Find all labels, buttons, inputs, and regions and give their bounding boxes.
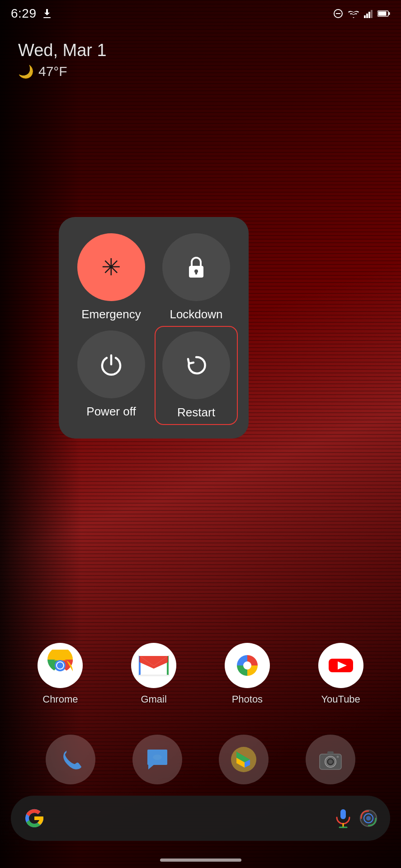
dock-camera[interactable]: [306, 735, 355, 784]
svg-point-24: [153, 755, 162, 760]
chrome-label: Chrome: [42, 693, 78, 705]
lens-icon[interactable]: [359, 809, 377, 827]
weather-icon: 🌙: [18, 64, 34, 79]
status-left: 6:29: [11, 6, 52, 21]
date-weather: Wed, Mar 1 🌙 47°F: [18, 41, 107, 79]
power-menu-grid: ✳ Emergency Lockdown: [73, 233, 234, 420]
app-youtube[interactable]: YouTube: [318, 643, 363, 705]
photos-icon-container[interactable]: [225, 643, 270, 688]
svg-rect-4: [366, 14, 368, 18]
poweroff-label: Power off: [86, 405, 136, 419]
status-bar: 6:29: [0, 0, 401, 27]
svg-rect-0: [43, 17, 51, 18]
app-photos[interactable]: Photos: [225, 643, 270, 705]
google-logo: [24, 807, 45, 829]
svg-rect-3: [364, 15, 366, 18]
poweroff-icon: [99, 352, 124, 377]
app-chrome[interactable]: Chrome: [38, 643, 83, 705]
youtube-label: YouTube: [321, 693, 360, 705]
svg-point-17: [57, 662, 63, 669]
restart-item[interactable]: Restart: [155, 326, 238, 425]
svg-rect-32: [340, 809, 346, 819]
app-row: Chrome Gmail: [0, 643, 401, 705]
dock-play[interactable]: [219, 735, 269, 784]
svg-rect-5: [368, 12, 370, 18]
microphone-icon[interactable]: [335, 808, 351, 828]
restart-label: Restart: [177, 406, 215, 420]
weather-row: 🌙 47°F: [18, 64, 107, 79]
gmail-icon-container[interactable]: [131, 643, 176, 688]
status-time: 6:29: [11, 6, 37, 21]
download-icon: [42, 8, 52, 19]
date-display: Wed, Mar 1: [18, 41, 107, 60]
restart-circle[interactable]: [162, 331, 230, 399]
chrome-icon-container[interactable]: [38, 643, 83, 688]
photos-label: Photos: [232, 693, 263, 705]
emergency-circle[interactable]: ✳: [77, 233, 145, 301]
svg-point-31: [337, 756, 339, 758]
signal-icon: [364, 9, 373, 18]
wifi-icon: [348, 9, 359, 18]
lockdown-circle[interactable]: [162, 233, 230, 301]
lockdown-item[interactable]: Lockdown: [158, 233, 234, 321]
gmail-label: Gmail: [141, 693, 166, 705]
svg-rect-9: [389, 12, 390, 15]
lockdown-icon: [184, 254, 208, 280]
svg-rect-12: [195, 271, 197, 274]
home-indicator: [160, 859, 241, 862]
bottom-dock: [0, 735, 401, 784]
emergency-label: Emergency: [81, 307, 141, 321]
dnd-icon: [333, 9, 343, 19]
svg-point-30: [328, 760, 333, 764]
lockdown-label: Lockdown: [170, 307, 222, 321]
search-right-icons: [335, 808, 377, 828]
search-bar[interactable]: [11, 796, 390, 841]
dock-messages[interactable]: [132, 735, 182, 784]
emergency-item[interactable]: ✳ Emergency: [73, 233, 149, 321]
svg-point-37: [366, 816, 371, 821]
emergency-icon: ✳: [101, 254, 121, 281]
temperature-display: 47°F: [38, 64, 67, 79]
svg-rect-8: [378, 12, 387, 16]
status-right: [333, 9, 390, 19]
poweroff-circle[interactable]: [77, 330, 145, 398]
svg-point-20: [243, 661, 251, 670]
app-gmail[interactable]: Gmail: [131, 643, 176, 705]
battery-icon: [377, 10, 390, 17]
power-menu: ✳ Emergency Lockdown: [59, 217, 249, 439]
poweroff-item[interactable]: Power off: [73, 330, 149, 420]
youtube-icon-container[interactable]: [318, 643, 363, 688]
restart-icon: [184, 353, 209, 378]
svg-rect-6: [371, 10, 373, 18]
dock-phone[interactable]: [46, 735, 95, 784]
